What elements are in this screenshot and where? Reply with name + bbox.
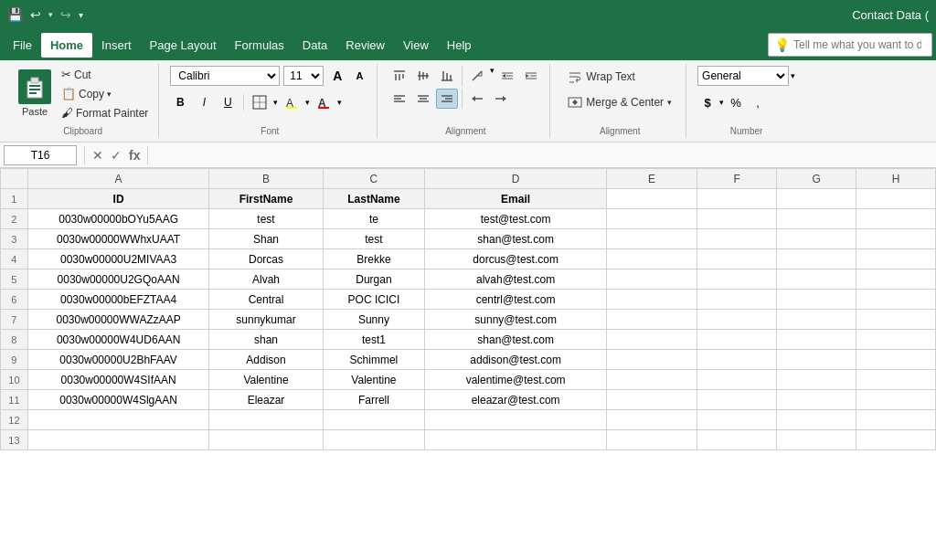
- number-format-dropdown[interactable]: ▾: [791, 71, 795, 80]
- col-header-g[interactable]: G: [777, 169, 856, 189]
- undo-icon[interactable]: ↩: [30, 7, 41, 22]
- cell-1-D[interactable]: Email: [425, 189, 607, 209]
- cell-10-G[interactable]: [777, 370, 856, 390]
- name-box[interactable]: [4, 145, 77, 165]
- cell-12-E[interactable]: [606, 410, 697, 430]
- cell-4-C[interactable]: Brekke: [323, 249, 425, 269]
- cell-6-D[interactable]: centrl@test.com: [425, 290, 607, 310]
- cell-2-B[interactable]: test: [209, 209, 323, 229]
- cell-8-B[interactable]: shan: [209, 330, 323, 350]
- col-header-f[interactable]: F: [697, 169, 777, 189]
- cell-6-A[interactable]: 0030w00000bEFZTAA4: [27, 290, 209, 310]
- merge-dropdown-arrow[interactable]: ▾: [667, 98, 672, 107]
- grow-font-button[interactable]: A: [327, 66, 347, 86]
- cell-8-E[interactable]: [606, 330, 697, 350]
- cell-2-G[interactable]: [777, 209, 856, 229]
- cell-13-E[interactable]: [606, 430, 697, 450]
- cell-4-F[interactable]: [697, 249, 777, 269]
- borders-button[interactable]: [250, 92, 270, 112]
- italic-button[interactable]: I: [194, 92, 214, 112]
- cell-3-H[interactable]: [856, 229, 936, 249]
- indent-increase-button[interactable]: [520, 66, 542, 86]
- cell-5-A[interactable]: 0030w00000U2GQoAAN: [27, 269, 209, 290]
- fill-color-button[interactable]: A: [282, 92, 302, 112]
- menu-page-layout[interactable]: Page Layout: [141, 33, 226, 58]
- cell-7-B[interactable]: sunnykumar: [209, 310, 323, 330]
- cell-7-D[interactable]: sunny@test.com: [425, 310, 607, 330]
- cell-12-H[interactable]: [856, 410, 936, 430]
- cell-4-E[interactable]: [606, 249, 697, 269]
- cell-12-G[interactable]: [777, 410, 856, 430]
- cell-9-E[interactable]: [606, 350, 697, 370]
- angle-text-button[interactable]: [466, 66, 488, 86]
- cell-2-E[interactable]: [606, 209, 697, 229]
- cell-12-F[interactable]: [697, 410, 777, 430]
- cell-2-F[interactable]: [697, 209, 777, 229]
- menu-data[interactable]: Data: [293, 33, 336, 58]
- cell-5-H[interactable]: [856, 269, 936, 290]
- menu-view[interactable]: View: [394, 33, 438, 58]
- cell-9-H[interactable]: [856, 350, 936, 370]
- cell-6-F[interactable]: [697, 290, 777, 310]
- cell-11-G[interactable]: [777, 390, 856, 410]
- cell-9-G[interactable]: [777, 350, 856, 370]
- cell-1-F[interactable]: [697, 189, 777, 209]
- cell-5-C[interactable]: Durgan: [323, 269, 425, 290]
- cell-11-B[interactable]: Eleazar: [209, 390, 323, 410]
- cell-7-G[interactable]: [777, 310, 856, 330]
- shrink-font-button[interactable]: A: [349, 66, 369, 86]
- cell-12-B[interactable]: [209, 410, 323, 430]
- cell-5-D[interactable]: alvah@test.com: [425, 269, 607, 290]
- top-align-button[interactable]: [388, 66, 410, 86]
- angle-dropdown[interactable]: ▾: [490, 66, 495, 86]
- cell-7-F[interactable]: [697, 310, 777, 330]
- cell-13-H[interactable]: [856, 430, 936, 450]
- center-align-button[interactable]: [412, 89, 434, 109]
- ltr-button[interactable]: [490, 89, 512, 109]
- cell-13-D[interactable]: [425, 430, 607, 450]
- cell-10-E[interactable]: [606, 370, 697, 390]
- col-header-e[interactable]: E: [606, 169, 697, 189]
- cell-4-B[interactable]: Dorcas: [209, 249, 323, 269]
- undo-dropdown-icon[interactable]: ▾: [48, 10, 53, 19]
- merge-center-button[interactable]: Merge & Center ▾: [561, 91, 678, 113]
- cell-11-H[interactable]: [856, 390, 936, 410]
- menu-help[interactable]: Help: [438, 33, 481, 58]
- redo-icon[interactable]: ↪: [60, 7, 71, 22]
- cell-3-F[interactable]: [697, 229, 777, 249]
- indent-decrease-button[interactable]: [496, 66, 518, 86]
- cell-6-B[interactable]: Central: [209, 290, 323, 310]
- cell-4-G[interactable]: [777, 249, 856, 269]
- cell-8-D[interactable]: shan@test.com: [425, 330, 607, 350]
- cell-5-E[interactable]: [606, 269, 697, 290]
- format-painter-button[interactable]: 🖌 Format Painter: [58, 104, 151, 122]
- cell-12-C[interactable]: [323, 410, 425, 430]
- cell-3-E[interactable]: [606, 229, 697, 249]
- cell-9-C[interactable]: Schimmel: [323, 350, 425, 370]
- cell-7-A[interactable]: 0030w00000WWAZzAAP: [27, 310, 209, 330]
- cell-3-C[interactable]: test: [323, 229, 425, 249]
- cell-11-D[interactable]: eleazar@test.com: [425, 390, 607, 410]
- cut-button[interactable]: ✂ Cut: [58, 66, 151, 83]
- font-name-select[interactable]: Calibri: [170, 66, 280, 86]
- cell-10-D[interactable]: valentime@test.com: [425, 370, 607, 390]
- cell-10-A[interactable]: 0030w00000W4SIfAAN: [27, 370, 209, 390]
- dollar-dropdown[interactable]: ▾: [719, 98, 724, 107]
- cell-10-B[interactable]: Valentine: [209, 370, 323, 390]
- cell-7-C[interactable]: Sunny: [323, 310, 425, 330]
- search-box[interactable]: 💡: [768, 33, 932, 57]
- menu-review[interactable]: Review: [336, 33, 394, 58]
- cell-11-E[interactable]: [606, 390, 697, 410]
- font-color-button[interactable]: A: [314, 92, 334, 112]
- bottom-align-button[interactable]: [436, 66, 458, 86]
- cell-6-E[interactable]: [606, 290, 697, 310]
- col-header-a[interactable]: A: [27, 169, 209, 189]
- cell-3-G[interactable]: [777, 229, 856, 249]
- copy-button[interactable]: 📋 Copy ▾: [58, 85, 151, 102]
- dollar-button[interactable]: $: [697, 92, 718, 112]
- cell-8-F[interactable]: [697, 330, 777, 350]
- cell-12-A[interactable]: [27, 410, 209, 430]
- cell-11-F[interactable]: [697, 390, 777, 410]
- bold-button[interactable]: B: [170, 92, 190, 112]
- cell-3-D[interactable]: shan@test.com: [425, 229, 607, 249]
